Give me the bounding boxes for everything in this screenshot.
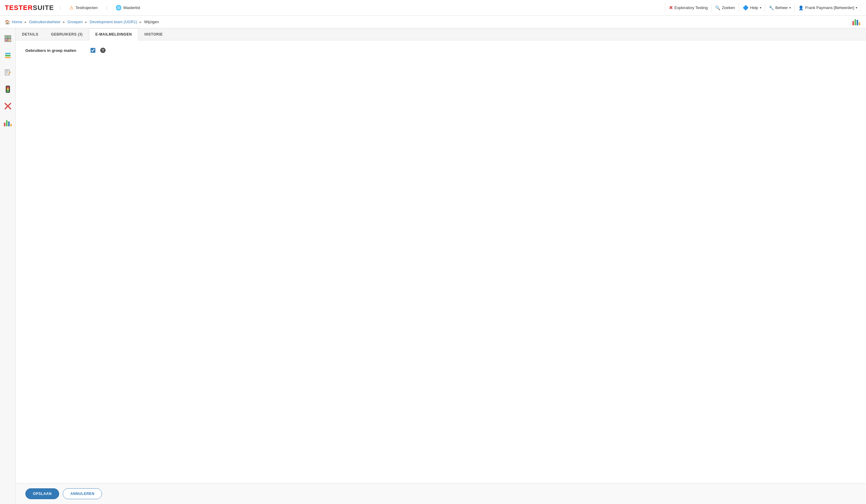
beheer-label: Beheer	[776, 5, 788, 10]
main-layout: DETAILS GEBRUIKERS (3) E-MAILMELDINGEN H…	[0, 28, 866, 504]
user-menu-button[interactable]: 👤 Frank Paymans [Beheerder] ▾	[795, 4, 861, 12]
chart-bars-icon	[852, 19, 860, 25]
sidebar-bar-green	[6, 120, 8, 126]
user-chevron-icon: ▾	[856, 6, 857, 9]
exploratory-label: Exploratory Testing	[674, 5, 708, 10]
sidebar-bar-orange	[10, 124, 12, 126]
help-tooltip-icon[interactable]: ?	[100, 48, 106, 53]
bar-red	[852, 21, 854, 25]
breadcrumb-current: Wijzigen	[144, 20, 159, 24]
svg-rect-8	[5, 53, 11, 54]
home-icon: 🏠	[5, 20, 10, 24]
app-logo[interactable]: TESTERSUITE	[5, 4, 54, 12]
breadcrumb: 🏠 Home ► Gebruikersbeheer ► Groepen ► De…	[5, 20, 852, 24]
sidebar-chart-icon	[4, 120, 12, 126]
beheer-button[interactable]: 🔧 Beheer ▾	[765, 4, 795, 12]
exploratory-testing-button[interactable]: ✖ Exploratory Testing	[665, 3, 711, 12]
breadcrumb-groepen[interactable]: Groepen	[68, 20, 83, 24]
svg-rect-4	[5, 36, 7, 38]
gebruikers-groep-checkbox[interactable]	[90, 48, 95, 53]
sidebar-item-chart[interactable]	[1, 116, 14, 130]
breadcrumb-sep-1: ►	[24, 20, 27, 24]
form-content: Gebruikers in groep mailen ?	[16, 41, 866, 483]
content-area: DETAILS GEBRUIKERS (3) E-MAILMELDINGEN H…	[16, 28, 866, 504]
zoeken-label: Zoeken	[722, 5, 735, 10]
chart-top-button[interactable]	[852, 17, 861, 27]
breadcrumb-gebruikersbeheer[interactable]: Gebruikersbeheer	[29, 20, 60, 24]
tab-historie[interactable]: HISTORIE	[138, 28, 169, 40]
warning-icon: ⚠	[69, 5, 74, 11]
notes-icon	[4, 69, 11, 76]
breadcrumb-sep-4: ►	[139, 20, 142, 24]
sidebar-item-traffic[interactable]	[1, 83, 14, 96]
sidebar-bar-red	[4, 123, 5, 126]
sidebar-bar-blue	[8, 122, 10, 126]
tab-gebruikers[interactable]: GEBRUIKERS (3)	[45, 28, 89, 40]
nav-testtrajecten[interactable]: ⚠ Testtrajecten	[67, 4, 100, 12]
help-label: Help	[750, 5, 758, 10]
breadcrumb-development-team[interactable]: Development team (UGR1)	[90, 20, 137, 24]
globe-icon: 🌐	[115, 5, 122, 11]
nav-sep-2: |	[106, 5, 107, 10]
search-icon: 🔍	[715, 5, 720, 10]
gebruikers-groep-row: Gebruikers in groep mailen ?	[25, 48, 856, 53]
svg-rect-9	[5, 55, 11, 56]
tab-emailmeldingen[interactable]: E-MAILMELDINGEN	[89, 28, 138, 41]
layers-icon	[4, 52, 11, 59]
bar-orange	[859, 22, 860, 25]
cancel-button[interactable]: ANNULEREN	[63, 488, 102, 499]
svg-rect-10	[5, 57, 11, 58]
logo-suite: SUITE	[33, 4, 54, 12]
sidebar	[0, 28, 16, 504]
bar-green	[855, 19, 856, 25]
gebruikers-groep-label: Gebruikers in groep mailen	[25, 48, 86, 53]
svg-rect-6	[5, 39, 7, 41]
wrench-icon: 🔧	[769, 5, 774, 10]
user-icon: 👤	[798, 5, 803, 10]
nav-masterlist[interactable]: 🌐 Masterlist	[113, 4, 143, 12]
grid-icon	[4, 35, 11, 42]
sidebar-item-notes[interactable]	[1, 66, 14, 79]
user-label: Frank Paymans [Beheerder]	[805, 5, 854, 10]
help-icon: 🔷	[743, 5, 748, 11]
svg-marker-15	[9, 71, 11, 74]
x-icon: ✖	[669, 5, 673, 11]
nav-sep-1: |	[60, 5, 61, 10]
zoeken-button[interactable]: 🔍 Zoeken	[711, 4, 739, 12]
help-button[interactable]: 🔷 Help ▾	[739, 3, 765, 12]
testtrajecten-label: Testtrajecten	[76, 5, 98, 10]
breadcrumb-sep-3: ►	[85, 20, 88, 24]
masterlist-label: Masterlist	[123, 5, 140, 10]
top-navigation: TESTERSUITE | ⚠ Testtrajecten | 🌐 Master…	[0, 0, 866, 16]
bar-blue	[857, 20, 858, 25]
form-footer: OPSLAAN ANNULEREN	[16, 483, 866, 504]
sidebar-item-layers[interactable]	[1, 49, 14, 62]
breadcrumb-bar: 🏠 Home ► Gebruikersbeheer ► Groepen ► De…	[0, 16, 866, 28]
svg-rect-5	[9, 36, 10, 38]
svg-point-20	[7, 90, 9, 92]
save-button[interactable]: OPSLAAN	[25, 488, 59, 499]
sidebar-item-close[interactable]	[1, 100, 14, 113]
close-icon	[4, 103, 11, 110]
tab-details[interactable]: DETAILS	[16, 28, 45, 40]
tab-bar: DETAILS GEBRUIKERS (3) E-MAILMELDINGEN H…	[16, 28, 866, 41]
nav-right-group: ✖ Exploratory Testing 🔍 Zoeken 🔷 Help ▾ …	[665, 3, 861, 12]
help-chevron-icon: ▾	[760, 6, 761, 9]
breadcrumb-home[interactable]: Home	[12, 20, 22, 24]
sidebar-item-grid[interactable]	[1, 32, 14, 45]
logo-tester: TESTER	[5, 4, 33, 12]
traffic-light-icon	[5, 85, 11, 93]
svg-rect-7	[9, 39, 10, 41]
breadcrumb-sep-2: ►	[63, 20, 66, 24]
beheer-chevron-icon: ▾	[789, 6, 791, 9]
